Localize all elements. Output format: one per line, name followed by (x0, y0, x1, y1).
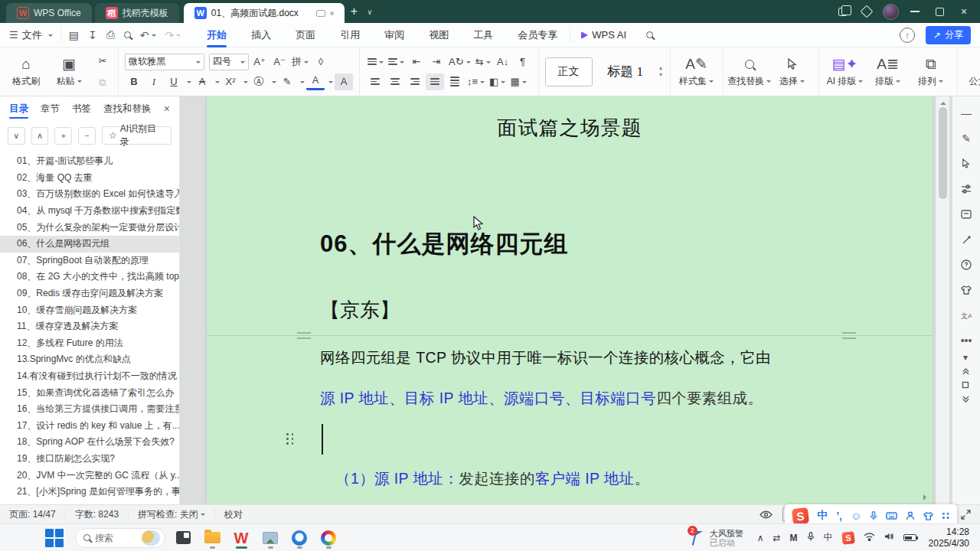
style-scroll-down-icon[interactable]: ▼ (658, 73, 664, 77)
strikethrough-button[interactable]: A (193, 73, 211, 90)
ime-keyboard-icon[interactable] (886, 512, 897, 520)
ime-toolbox-icon[interactable]: ∷ (942, 510, 949, 522)
toc-item[interactable]: 01、开篇-面试那些事儿 (0, 153, 179, 170)
align-right-icon[interactable] (406, 73, 424, 90)
toc-expand-icon[interactable]: ∨ (8, 127, 25, 145)
app-tab-wps-office[interactable]: W WPS Office (6, 3, 92, 23)
italic-button[interactable]: I (145, 73, 163, 90)
taskbar-file-explorer[interactable] (201, 527, 224, 549)
toc-item[interactable]: 13.SpringMvc 的优点和缺点 (0, 351, 179, 368)
toc-item[interactable]: 03、百万级别数据的 Excel 如何快速导入... (0, 186, 179, 203)
toc-item[interactable]: 10、缓存雪崩问题及解决方案 (0, 302, 179, 318)
select-tool-icon[interactable] (959, 156, 974, 171)
tray-sogou-icon[interactable]: S (841, 531, 855, 545)
numbered-list-icon[interactable] (387, 54, 406, 70)
notes-card-icon[interactable] (959, 207, 974, 222)
official-doc-button[interactable]: ▤ 公文模式 (964, 56, 980, 88)
toc-item[interactable]: 19、接口防刷怎么实现? (0, 451, 179, 468)
wifi-icon[interactable] (864, 533, 875, 543)
increase-indent-icon[interactable]: ⇥ (427, 54, 446, 70)
tab-insert[interactable]: 插入 (239, 23, 283, 47)
bold-button[interactable]: B (125, 73, 143, 90)
toc-item[interactable]: 21、[小米]Spring 是如何管理事务的，事... (0, 484, 179, 500)
tab-page[interactable]: 页面 (283, 23, 328, 47)
decrease-indent-icon[interactable]: ⇤ (407, 54, 426, 70)
start-button[interactable] (44, 528, 64, 548)
new-tab-button[interactable]: + (345, 5, 364, 18)
sidebar-close-icon[interactable]: × (164, 103, 170, 115)
tab-reference[interactable]: 引用 (328, 23, 372, 47)
tray-switch-icon[interactable]: ⇄ (773, 533, 781, 543)
toc-item[interactable]: 16、当给第三方提供接口调用，需要注意... (0, 401, 179, 418)
tab-wps-ai[interactable]: WPS AI (570, 28, 637, 42)
toc-item-selected[interactable]: 06、什么是网络四元组 (0, 236, 179, 253)
underline-button[interactable]: U (165, 73, 183, 90)
toc-item[interactable]: 18、Spring AOP 在什么场景下会失效? (0, 434, 179, 451)
ime-account-icon[interactable] (906, 511, 915, 520)
toc-item[interactable]: 07、SpringBoot 自动装配的原理 (0, 253, 179, 269)
print-icon[interactable]: ⎙ (106, 28, 115, 41)
toc-item[interactable]: 15、如果查询优化器选错了索引怎么办 (0, 384, 179, 401)
browse-object-icon[interactable] (959, 380, 972, 390)
toc-item[interactable]: 09、Redis 缓存击穿问题及解决方案 (0, 285, 179, 302)
align-left-icon[interactable] (366, 73, 384, 90)
sidebar-tab-chapters[interactable]: 章节 (41, 96, 60, 121)
sort-icon[interactable]: A↓ (494, 54, 512, 70)
tray-ime-mode[interactable]: 中 (824, 531, 833, 544)
text-direction-icon[interactable]: A↻ (447, 54, 472, 70)
style-heading1[interactable]: 标题 1 (599, 57, 652, 86)
upload-cloud-icon[interactable]: ↑ (900, 28, 915, 43)
export-pdf-icon[interactable]: ↧ (88, 29, 97, 41)
integrations-cube-icon[interactable] (858, 3, 875, 20)
select-button[interactable]: 选择 (773, 56, 812, 88)
bullet-list-icon[interactable] (366, 54, 385, 70)
decrease-font-icon[interactable]: A⁻ (270, 54, 289, 70)
line-spacing-icon[interactable]: ↕≡ (466, 73, 486, 90)
user-avatar[interactable] (883, 4, 899, 20)
tab-list-chevron-icon[interactable]: ∨ (364, 8, 375, 16)
border-icon[interactable]: ▦ (508, 73, 528, 90)
help-icon[interactable] (959, 257, 974, 272)
skin-theme-icon[interactable] (959, 282, 974, 298)
tab-review[interactable]: 审阅 (372, 23, 416, 47)
proofread-button[interactable]: 校对 (215, 509, 252, 520)
taskbar-photos[interactable] (259, 527, 282, 549)
ime-skin-icon[interactable] (923, 512, 933, 520)
word-count[interactable]: 字数: 8243 (66, 509, 129, 520)
screen-share-icon[interactable] (316, 10, 325, 17)
justify-icon[interactable] (426, 73, 444, 90)
shading-icon[interactable]: ◧ (488, 73, 507, 90)
page-indicator[interactable]: 页面: 14/47 (0, 509, 66, 520)
taskbar-wps[interactable]: W (230, 527, 253, 549)
font-name-select[interactable]: 微软雅黑 (125, 54, 204, 70)
highlight-color-icon[interactable]: ✎ (278, 73, 296, 90)
tray-mic-icon[interactable] (807, 531, 815, 544)
toc-collapse-icon[interactable]: ∧ (31, 127, 49, 145)
toc-zoom-out-icon[interactable]: － (78, 127, 96, 145)
share-button[interactable]: ↗ 分享 (926, 26, 971, 44)
search-highlight-image[interactable] (142, 530, 160, 546)
toc-item[interactable]: 20、JVM 中一次完整的 GC 流程（从 y... (0, 467, 179, 484)
toc-item[interactable]: 14.有没有碰到过执行计划不一致的情况，... (0, 368, 179, 385)
ime-mic-icon[interactable] (870, 510, 877, 521)
next-page-icon[interactable] (959, 393, 972, 404)
ime-mode-toggle[interactable]: 中 (817, 509, 828, 523)
magic-wand-icon[interactable] (959, 232, 974, 247)
scroll-line-down-icon[interactable]: ▾ (959, 352, 972, 363)
style-scroll-up-icon[interactable]: ▲ (658, 66, 664, 70)
redo-button[interactable]: ↷ (165, 29, 181, 41)
style-set-button[interactable]: A✎ 样式集 (677, 56, 717, 88)
print-preview-icon[interactable] (124, 31, 131, 38)
font-color-button[interactable]: A (306, 73, 325, 90)
superscript-button[interactable]: X² (221, 73, 240, 90)
toc-item[interactable]: 05、为什么复杂的架构一定要做分层设计... (0, 219, 179, 236)
toc-item[interactable]: 02、海量 QQ 去重 (0, 170, 179, 187)
scroll-up-icon[interactable] (940, 99, 946, 105)
collapse-rail-icon[interactable]: — (959, 106, 974, 121)
distribute-icon[interactable] (446, 73, 464, 90)
tray-m-icon[interactable]: M (790, 533, 798, 543)
app-tab-templates[interactable]: 稻 找稻壳模板 (95, 3, 179, 23)
file-menu-button[interactable]: ☰ 文件 (0, 28, 60, 42)
convert-case-icon[interactable]: ⇆ (474, 54, 492, 70)
eye-protection-icon[interactable] (759, 507, 773, 521)
